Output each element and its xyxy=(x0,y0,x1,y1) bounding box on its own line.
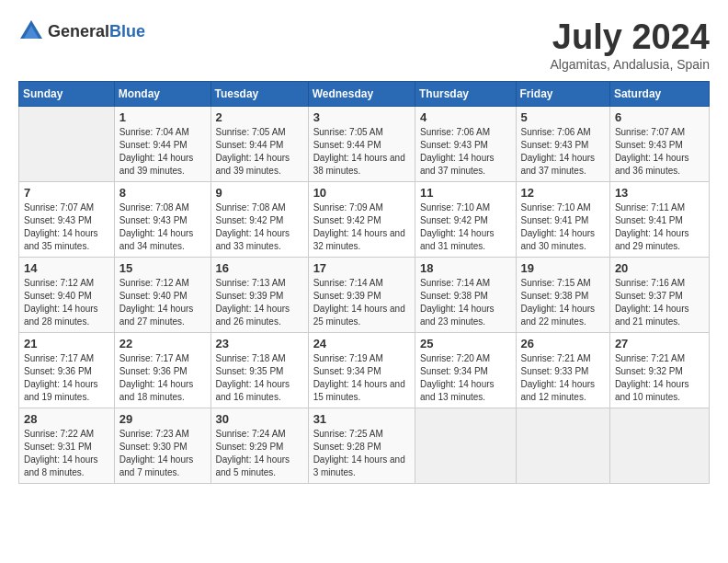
day-number: 15 xyxy=(119,261,206,275)
calendar-cell: 20Sunrise: 7:16 AMSunset: 9:37 PMDayligh… xyxy=(609,257,709,332)
calendar-cell: 8Sunrise: 7:08 AMSunset: 9:43 PMDaylight… xyxy=(114,181,210,257)
month-title: July 2024 xyxy=(550,18,710,57)
day-number: 13 xyxy=(615,186,704,200)
day-number: 11 xyxy=(420,186,511,200)
sun-info: Sunrise: 7:10 AMSunset: 9:41 PMDaylight:… xyxy=(521,201,605,253)
calendar-cell: 2Sunrise: 7:05 AMSunset: 9:44 PMDaylight… xyxy=(210,106,308,181)
day-number: 26 xyxy=(521,337,605,350)
sun-info: Sunrise: 7:06 AMSunset: 9:43 PMDaylight:… xyxy=(521,126,605,178)
calendar-cell: 17Sunrise: 7:14 AMSunset: 9:39 PMDayligh… xyxy=(308,257,415,332)
sun-info: Sunrise: 7:16 AMSunset: 9:37 PMDaylight:… xyxy=(615,277,704,328)
day-number: 9 xyxy=(216,186,303,200)
calendar-cell: 27Sunrise: 7:21 AMSunset: 9:32 PMDayligh… xyxy=(609,332,709,408)
calendar-cell: 1Sunrise: 7:04 AMSunset: 9:44 PMDaylight… xyxy=(114,106,210,181)
sun-info: Sunrise: 7:04 AMSunset: 9:44 PMDaylight:… xyxy=(119,126,206,178)
calendar-cell: 31Sunrise: 7:25 AMSunset: 9:28 PMDayligh… xyxy=(308,408,415,483)
day-number: 19 xyxy=(521,261,605,275)
sun-info: Sunrise: 7:21 AMSunset: 9:32 PMDaylight:… xyxy=(615,352,704,404)
day-number: 17 xyxy=(313,261,410,275)
sun-info: Sunrise: 7:10 AMSunset: 9:42 PMDaylight:… xyxy=(420,201,511,253)
day-number: 8 xyxy=(119,186,206,200)
day-number: 14 xyxy=(24,261,109,275)
sun-info: Sunrise: 7:19 AMSunset: 9:34 PMDaylight:… xyxy=(313,352,410,404)
sun-info: Sunrise: 7:07 AMSunset: 9:43 PMDaylight:… xyxy=(24,201,109,253)
sun-info: Sunrise: 7:09 AMSunset: 9:42 PMDaylight:… xyxy=(313,201,410,253)
day-number: 20 xyxy=(615,261,704,275)
calendar-week-row: 28Sunrise: 7:22 AMSunset: 9:31 PMDayligh… xyxy=(19,408,710,483)
calendar-cell: 26Sunrise: 7:21 AMSunset: 9:33 PMDayligh… xyxy=(516,332,609,408)
calendar-week-row: 7Sunrise: 7:07 AMSunset: 9:43 PMDaylight… xyxy=(19,181,710,257)
day-number: 5 xyxy=(521,110,605,124)
calendar-cell: 14Sunrise: 7:12 AMSunset: 9:40 PMDayligh… xyxy=(19,257,115,332)
header: GeneralBlue July 2024 Algamitas, Andalus… xyxy=(18,18,710,72)
calendar-week-row: 14Sunrise: 7:12 AMSunset: 9:40 PMDayligh… xyxy=(19,257,710,332)
logo-blue: Blue xyxy=(109,22,145,40)
calendar-cell xyxy=(415,408,516,483)
sun-info: Sunrise: 7:08 AMSunset: 9:42 PMDaylight:… xyxy=(216,201,303,253)
calendar-cell: 19Sunrise: 7:15 AMSunset: 9:38 PMDayligh… xyxy=(516,257,609,332)
day-number: 24 xyxy=(313,337,410,350)
day-number: 2 xyxy=(216,110,303,124)
weekday-header: Saturday xyxy=(609,81,709,106)
calendar-cell: 21Sunrise: 7:17 AMSunset: 9:36 PMDayligh… xyxy=(19,332,115,408)
calendar-cell: 4Sunrise: 7:06 AMSunset: 9:43 PMDaylight… xyxy=(415,106,516,181)
calendar-cell: 3Sunrise: 7:05 AMSunset: 9:44 PMDaylight… xyxy=(308,106,415,181)
weekday-header: Wednesday xyxy=(308,81,415,106)
sun-info: Sunrise: 7:08 AMSunset: 9:43 PMDaylight:… xyxy=(119,201,206,253)
sun-info: Sunrise: 7:15 AMSunset: 9:38 PMDaylight:… xyxy=(521,277,605,328)
sun-info: Sunrise: 7:17 AMSunset: 9:36 PMDaylight:… xyxy=(24,352,109,404)
sun-info: Sunrise: 7:05 AMSunset: 9:44 PMDaylight:… xyxy=(313,126,410,178)
day-number: 28 xyxy=(24,412,109,426)
day-number: 18 xyxy=(420,261,511,275)
calendar-cell: 28Sunrise: 7:22 AMSunset: 9:31 PMDayligh… xyxy=(19,408,115,483)
calendar-table: SundayMondayTuesdayWednesdayThursdayFrid… xyxy=(18,81,710,484)
sun-info: Sunrise: 7:13 AMSunset: 9:39 PMDaylight:… xyxy=(216,277,303,328)
sun-info: Sunrise: 7:14 AMSunset: 9:39 PMDaylight:… xyxy=(313,277,410,328)
calendar-week-row: 1Sunrise: 7:04 AMSunset: 9:44 PMDaylight… xyxy=(19,106,710,181)
day-number: 29 xyxy=(119,412,206,426)
weekday-header: Monday xyxy=(114,81,210,106)
sun-info: Sunrise: 7:14 AMSunset: 9:38 PMDaylight:… xyxy=(420,277,511,328)
calendar-week-row: 21Sunrise: 7:17 AMSunset: 9:36 PMDayligh… xyxy=(19,332,710,408)
day-number: 23 xyxy=(216,337,303,350)
logo-icon xyxy=(18,18,44,44)
sun-info: Sunrise: 7:25 AMSunset: 9:28 PMDaylight:… xyxy=(313,428,410,479)
calendar-body: 1Sunrise: 7:04 AMSunset: 9:44 PMDaylight… xyxy=(19,106,710,483)
sun-info: Sunrise: 7:17 AMSunset: 9:36 PMDaylight:… xyxy=(119,352,206,404)
day-number: 22 xyxy=(119,337,206,350)
calendar-header: SundayMondayTuesdayWednesdayThursdayFrid… xyxy=(19,81,710,106)
calendar-cell: 12Sunrise: 7:10 AMSunset: 9:41 PMDayligh… xyxy=(516,181,609,257)
weekday-header: Thursday xyxy=(415,81,516,106)
day-number: 30 xyxy=(216,412,303,426)
day-number: 6 xyxy=(615,110,704,124)
weekday-header: Tuesday xyxy=(210,81,308,106)
day-number: 12 xyxy=(521,186,605,200)
weekday-row: SundayMondayTuesdayWednesdayThursdayFrid… xyxy=(19,81,710,106)
sun-info: Sunrise: 7:21 AMSunset: 9:33 PMDaylight:… xyxy=(521,352,605,404)
calendar-cell: 7Sunrise: 7:07 AMSunset: 9:43 PMDaylight… xyxy=(19,181,115,257)
day-number: 16 xyxy=(216,261,303,275)
sun-info: Sunrise: 7:12 AMSunset: 9:40 PMDaylight:… xyxy=(24,277,109,328)
sun-info: Sunrise: 7:18 AMSunset: 9:35 PMDaylight:… xyxy=(216,352,303,404)
calendar-cell: 25Sunrise: 7:20 AMSunset: 9:34 PMDayligh… xyxy=(415,332,516,408)
sun-info: Sunrise: 7:06 AMSunset: 9:43 PMDaylight:… xyxy=(420,126,511,178)
sun-info: Sunrise: 7:23 AMSunset: 9:30 PMDaylight:… xyxy=(119,428,206,479)
title-section: July 2024 Algamitas, Andalusia, Spain xyxy=(550,18,710,72)
weekday-header: Friday xyxy=(516,81,609,106)
sun-info: Sunrise: 7:11 AMSunset: 9:41 PMDaylight:… xyxy=(615,201,704,253)
day-number: 7 xyxy=(24,186,109,200)
day-number: 3 xyxy=(313,110,410,124)
calendar-cell: 22Sunrise: 7:17 AMSunset: 9:36 PMDayligh… xyxy=(114,332,210,408)
sun-info: Sunrise: 7:24 AMSunset: 9:29 PMDaylight:… xyxy=(216,428,303,479)
calendar-cell: 9Sunrise: 7:08 AMSunset: 9:42 PMDaylight… xyxy=(210,181,308,257)
sun-info: Sunrise: 7:12 AMSunset: 9:40 PMDaylight:… xyxy=(119,277,206,328)
sun-info: Sunrise: 7:22 AMSunset: 9:31 PMDaylight:… xyxy=(24,428,109,479)
sun-info: Sunrise: 7:20 AMSunset: 9:34 PMDaylight:… xyxy=(420,352,511,404)
calendar-cell: 29Sunrise: 7:23 AMSunset: 9:30 PMDayligh… xyxy=(114,408,210,483)
weekday-header: Sunday xyxy=(19,81,115,106)
sun-info: Sunrise: 7:05 AMSunset: 9:44 PMDaylight:… xyxy=(216,126,303,178)
calendar-cell: 6Sunrise: 7:07 AMSunset: 9:43 PMDaylight… xyxy=(609,106,709,181)
location-subtitle: Algamitas, Andalusia, Spain xyxy=(550,57,710,72)
calendar-cell: 18Sunrise: 7:14 AMSunset: 9:38 PMDayligh… xyxy=(415,257,516,332)
calendar-cell: 10Sunrise: 7:09 AMSunset: 9:42 PMDayligh… xyxy=(308,181,415,257)
